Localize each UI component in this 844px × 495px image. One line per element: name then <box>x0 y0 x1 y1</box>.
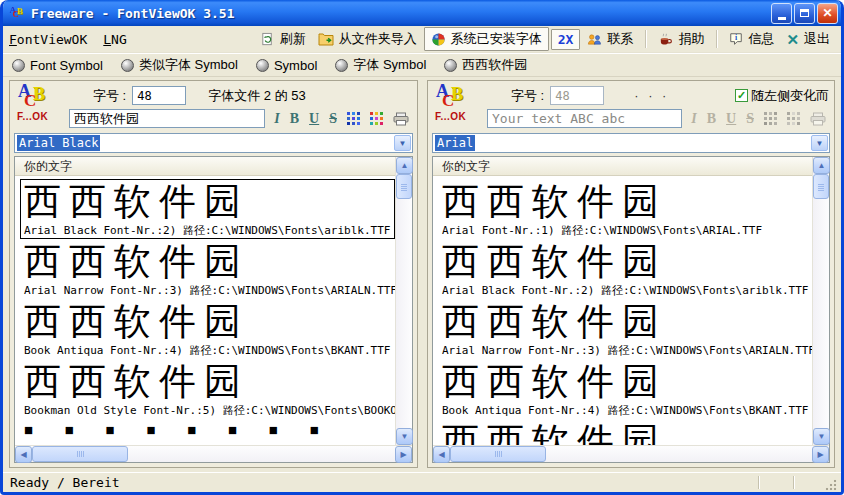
scroll-down-button[interactable] <box>813 428 830 445</box>
font-preview-item[interactable]: ■ ■ ■ ■ ■ ■ ■ ■ <box>20 419 395 441</box>
italic-button[interactable]: I <box>274 111 279 127</box>
panel-splitter[interactable] <box>418 80 427 468</box>
symbol-button-symbol[interactable]: Symbol <box>256 58 317 73</box>
check-icon: ✓ <box>737 90 746 101</box>
format-toolbar: I B U S <box>274 111 412 127</box>
import-from-folder-button[interactable]: 从文件夹导入 <box>313 28 422 50</box>
font-preview-item[interactable]: 西西软件园 Arial Black Font-Nr.:2) 路径:C:\WIND… <box>20 179 395 239</box>
dropdown-chevron-icon[interactable] <box>811 135 828 151</box>
font-select-dropdown[interactable]: Arial Black <box>14 133 413 153</box>
list-header: 你的文字 <box>433 157 812 176</box>
scrollbar-thumb[interactable] <box>813 174 829 199</box>
font-preview-item[interactable]: 西西软件园 Book Antiqua Font-Nr.:4) 路径:C:\WIN… <box>20 299 395 359</box>
font-preview-list: 你的文字 西西软件园 Arial Font-Nr.:1) 路径:C:\WINDO… <box>432 156 830 463</box>
symbol-button-font-symbol[interactable]: Font Symbol <box>12 58 103 73</box>
font-preview-item[interactable]: 西西软件园 Arial Narrow Font-Nr.:3) 路径:C:\WIN… <box>438 299 812 359</box>
sphere-icon <box>12 59 25 72</box>
refresh-button[interactable]: 刷新 <box>255 28 311 50</box>
scrollbar-thumb[interactable] <box>450 446 546 462</box>
statusbar-separator <box>793 476 794 489</box>
underline-button[interactable]: U <box>309 111 319 127</box>
preview-text-input[interactable] <box>69 109 265 128</box>
strikethrough-button: S <box>746 111 754 127</box>
coffee-cup-icon <box>658 32 673 46</box>
resize-grip[interactable] <box>824 478 838 492</box>
font-preview-item[interactable]: 西西软件园 Bookman Old Style Font-Nr.:5) 路径:C… <box>20 359 395 419</box>
app-window: A B C Freeware - FontViewOK 3.51 ✕ FontV… <box>0 0 844 495</box>
minimize-button[interactable] <box>771 3 792 24</box>
vertical-scrollbar[interactable] <box>812 157 829 445</box>
bold-button[interactable]: B <box>290 111 299 127</box>
font-size-input[interactable] <box>132 86 186 105</box>
list-header: 你的文字 <box>15 157 395 176</box>
font-preview-item[interactable]: 西西软件园 Arial Black Font-Nr.:2) 路径:C:\WIND… <box>438 239 812 299</box>
format-toolbar-disabled: I B U S <box>691 111 829 127</box>
scroll-left-button[interactable] <box>15 446 32 463</box>
system-installed-fonts-button[interactable]: 系统已安装字体 <box>424 27 549 51</box>
main-area: A B C F...OK 字号 : 字体文件 2 的 53 I <box>3 77 841 472</box>
scroll-right-button[interactable] <box>395 446 412 463</box>
symbol-button-font[interactable]: 字体 Symbol <box>335 56 426 74</box>
scroll-up-button[interactable] <box>813 157 830 174</box>
left-font-panel: A B C F...OK 字号 : 字体文件 2 的 53 I <box>9 80 418 468</box>
preview-text-input[interactable] <box>487 109 682 128</box>
strikethrough-button[interactable]: S <box>329 111 337 127</box>
scrollbar-thumb[interactable] <box>396 174 412 199</box>
titlebar[interactable]: A B C Freeware - FontViewOK 3.51 ✕ <box>3 0 841 26</box>
menu-toolbar: FontViewOK LNG 刷新 从文件夹导入 系统已安装字体 <box>3 26 841 53</box>
background-color-grid-icon <box>787 112 800 125</box>
contact-button[interactable]: 联系 <box>582 28 638 50</box>
menu-fontviewok[interactable]: FontViewOK <box>9 32 87 47</box>
sphere-icon <box>121 59 134 72</box>
font-select-dropdown[interactable]: Arial <box>432 133 830 153</box>
ellipsis-indicator: · · · <box>634 88 669 103</box>
maximize-icon <box>800 9 809 17</box>
symbol-button-similar-fonts[interactable]: 类似字体 Symbol <box>121 56 238 74</box>
font-color-grid-icon <box>764 112 777 125</box>
exit-button[interactable]: ✕ 退出 <box>781 28 835 50</box>
fontviewok-logo: A B C F...OK <box>17 84 61 122</box>
scroll-right-button[interactable] <box>812 446 829 463</box>
sphere-icon <box>256 59 269 72</box>
print-button[interactable] <box>393 112 409 126</box>
toolbar-separator <box>645 30 646 48</box>
font-preview-item[interactable]: 西西软件园 Arial Font-Nr.:1) 路径:C:\WINDOWS\Fo… <box>438 179 812 239</box>
right-font-panel: A B C F...OK 字号 : · · · ✓ 随左侧变化而 <box>427 80 835 468</box>
scroll-down-button[interactable] <box>396 428 413 445</box>
dropdown-chevron-icon[interactable] <box>394 135 411 151</box>
font-preview-item[interactable]: 西西软件园 <box>438 419 812 445</box>
info-button[interactable]: i 信息 <box>724 28 779 50</box>
font-size-label: 字号 : <box>93 87 126 105</box>
font-preview-item[interactable]: 西西软件园 Book Antiqua Font-Nr.:4) 路径:C:\WIN… <box>438 359 812 419</box>
print-button[interactable] <box>810 112 826 126</box>
italic-button: I <box>691 111 696 127</box>
toolbar-actions: 刷新 从文件夹导入 系统已安装字体 2X 联系 <box>255 27 835 51</box>
info-bubble-icon: i <box>729 32 743 46</box>
font-preview-item[interactable]: 西西软件园 Arial Narrow Font-Nr.:3) 路径:C:\WIN… <box>20 239 395 299</box>
font-color-grid-icon[interactable] <box>347 112 360 125</box>
font-preview-list: 你的文字 西西软件园 Arial Black Font-Nr.:2) 路径:C:… <box>14 156 413 463</box>
scroll-up-button[interactable] <box>396 157 413 174</box>
right-panel-header: A B C F...OK 字号 : · · · ✓ 随左侧变化而 <box>428 81 834 131</box>
symbol-button-xixi[interactable]: 西西软件园 <box>444 56 527 74</box>
vertical-scrollbar[interactable] <box>395 157 412 445</box>
horizontal-scrollbar[interactable] <box>15 445 412 462</box>
menu-lng[interactable]: LNG <box>103 32 126 47</box>
folder-import-icon <box>318 32 334 46</box>
sphere-icon <box>444 59 457 72</box>
background-color-grid-icon[interactable] <box>370 112 383 125</box>
font-file-counter: 字体文件 2 的 53 <box>208 87 306 105</box>
maximize-button[interactable] <box>794 3 815 24</box>
scroll-left-button[interactable] <box>433 446 450 463</box>
donate-button[interactable]: 捐助 <box>653 28 709 50</box>
sync-with-left-checkbox[interactable]: ✓ 随左侧变化而 <box>735 87 829 105</box>
underline-button: U <box>726 111 736 127</box>
font-size-label: 字号 : <box>511 87 544 105</box>
scrollbar-thumb[interactable] <box>32 446 128 462</box>
font-size-input-disabled <box>550 86 604 105</box>
horizontal-scrollbar[interactable] <box>433 445 829 462</box>
checkbox-box[interactable]: ✓ <box>735 89 748 102</box>
zoom-2x-button[interactable]: 2X <box>551 29 581 50</box>
close-button[interactable]: ✕ <box>817 3 838 24</box>
app-icon: A B C <box>9 6 18 15</box>
